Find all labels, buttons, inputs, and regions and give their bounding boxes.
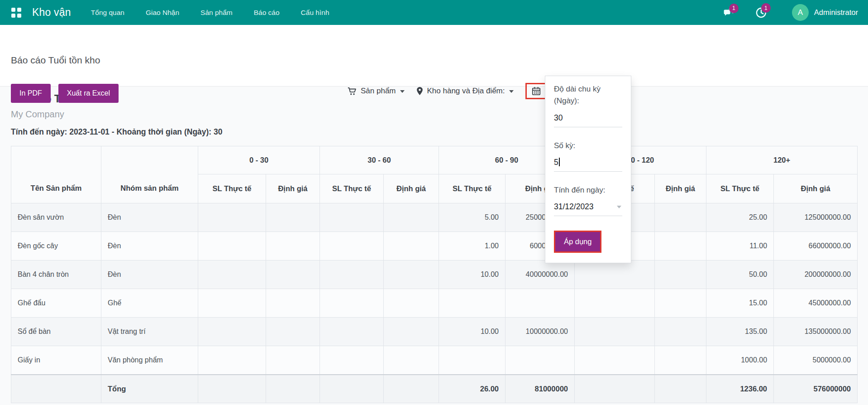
export-excel-button[interactable]: Xuất ra Excel — [58, 84, 119, 103]
cell-value — [506, 346, 575, 375]
cell-value — [320, 260, 384, 289]
cell-value: 1236.00 — [706, 375, 774, 403]
cell-value — [384, 260, 439, 289]
cell-value — [266, 203, 320, 232]
navbar-right: 1 1 A Administrator — [723, 4, 861, 21]
cell-product-name: Bàn 4 chân tròn — [11, 260, 101, 289]
activities-button[interactable]: 1 — [755, 7, 767, 18]
cell-value: 45000000.00 — [774, 289, 858, 318]
main-menu: Tổng quan Giao Nhận Sản phẩm Báo cáo Cấu… — [91, 9, 329, 17]
cell-value — [266, 375, 320, 403]
apply-highlight-box: Áp dụng — [554, 231, 601, 253]
cell-value: 5000000.00 — [774, 346, 858, 375]
cell-value: 125000000.00 — [774, 203, 858, 232]
table-row: Đèn gốc câyĐèn1.006000000.0011.006600000… — [11, 232, 858, 260]
activities-badge: 1 — [761, 3, 771, 13]
cell-value — [439, 289, 506, 318]
subcol-qty: SL Thực tế — [198, 174, 266, 203]
user-menu[interactable]: A Administrator — [792, 4, 861, 21]
cell-value — [439, 346, 506, 375]
cell-value — [384, 232, 439, 260]
cell-value: 10000000.00 — [506, 318, 575, 346]
company-name: My Company — [11, 109, 857, 120]
cell-value — [198, 346, 266, 375]
cell-value — [198, 260, 266, 289]
text-cursor — [559, 158, 560, 166]
aging-report-table: Tên Sản phẩm Nhóm sản phẩm 0 - 30 30 - 6… — [11, 146, 858, 403]
map-pin-icon — [416, 87, 423, 96]
messages-button[interactable]: 1 — [723, 7, 735, 18]
period-length-label: Độ dài chu kỳ (Ngày): — [554, 83, 622, 107]
cell-value — [198, 232, 266, 260]
cell-value — [655, 203, 706, 232]
subcol-valuation: Định giá — [266, 174, 320, 203]
nav-item-tong-quan[interactable]: Tổng quan — [91, 9, 124, 17]
chevron-down-icon — [400, 90, 405, 93]
cell-value — [320, 232, 384, 260]
cell-value — [655, 260, 706, 289]
cell-value — [266, 260, 320, 289]
cell-value: 135000000.00 — [774, 318, 858, 346]
table-row: Bàn 4 chân trònĐèn10.0040000000.0050.002… — [11, 260, 858, 289]
apply-button[interactable]: Áp dụng — [555, 232, 600, 251]
avatar: A — [792, 4, 809, 21]
cell-value — [384, 289, 439, 318]
table-body: Đèn sân vườnĐèn5.0025000000.0025.0012500… — [11, 203, 858, 403]
cell-value: 135.00 — [706, 318, 774, 346]
cell-product-name — [11, 375, 101, 403]
cell-value — [320, 375, 384, 403]
period-length-input[interactable]: 30 — [554, 111, 622, 127]
filter-warehouse-location[interactable]: Kho hàng và Địa điểm: — [416, 87, 514, 96]
subcol-valuation: Định giá — [655, 174, 706, 203]
cell-value — [575, 346, 655, 375]
nav-item-bao-cao[interactable]: Báo cáo — [254, 9, 280, 17]
cell-product-name: Giấy in — [11, 346, 101, 375]
filter-product[interactable]: Sản phẩm — [348, 87, 405, 96]
messages-badge: 1 — [729, 4, 739, 13]
cell-value: 11.00 — [706, 232, 774, 260]
col-header-category: Nhóm sản phẩm — [101, 146, 198, 203]
cell-category: Đèn — [101, 232, 198, 260]
cell-product-name: Đèn gốc cây — [11, 232, 101, 260]
app-brand[interactable]: Kho vận — [32, 6, 71, 19]
col-group-30-60: 30 - 60 — [320, 146, 439, 174]
as-of-date-label: Tính đến ngày: — [554, 184, 622, 196]
print-pdf-button[interactable]: In PDF — [11, 84, 51, 103]
cell-value — [266, 318, 320, 346]
nav-item-san-pham[interactable]: Sản phẩm — [200, 9, 233, 17]
period-count-label: Số kỳ: — [554, 140, 622, 152]
cell-value — [575, 289, 655, 318]
cell-value: 81000000 — [506, 375, 575, 403]
cell-value — [575, 375, 655, 403]
cell-product-name: Ghế đẩu — [11, 289, 101, 318]
cell-value — [384, 318, 439, 346]
cell-category: Văn phòng phẩm — [101, 346, 198, 375]
cell-value — [655, 346, 706, 375]
subcol-qty: SL Thực tế — [439, 174, 506, 203]
apps-grid-icon[interactable] — [11, 8, 21, 18]
cell-value — [320, 289, 384, 318]
cell-product-name: Đèn sân vườn — [11, 203, 101, 232]
top-navbar: Kho vận Tổng quan Giao Nhận Sản phẩm Báo… — [0, 0, 868, 25]
cell-value — [198, 318, 266, 346]
cell-value — [655, 289, 706, 318]
cell-category: Ghế — [101, 289, 198, 318]
total-row: Tổng26.00810000001236.00576000000 — [11, 375, 858, 403]
report-subtitle: Tính đến ngày: 2023-11-01 - Khoảng thời … — [11, 127, 857, 137]
as-of-date-select[interactable]: 31/12/2023 — [554, 200, 622, 216]
cell-value — [266, 289, 320, 318]
period-dropdown: Độ dài chu kỳ (Ngày): 30 Số kỳ: 5 Tính đ… — [545, 76, 631, 263]
cell-value: 50.00 — [706, 260, 774, 289]
cell-value: 1000.00 — [706, 346, 774, 375]
chevron-down-icon — [509, 90, 514, 93]
period-count-input[interactable]: 5 — [554, 156, 622, 172]
nav-item-cau-hinh[interactable]: Cấu hình — [301, 9, 329, 17]
cell-value: 66000000.00 — [774, 232, 858, 260]
nav-item-giao-nhan[interactable]: Giao Nhận — [146, 9, 179, 17]
cell-value: 15.00 — [706, 289, 774, 318]
subcol-valuation: Định giá — [774, 174, 858, 203]
cell-value — [655, 375, 706, 403]
cell-value — [655, 318, 706, 346]
cell-value: 25.00 — [706, 203, 774, 232]
cell-category: Vật trang trí — [101, 318, 198, 346]
